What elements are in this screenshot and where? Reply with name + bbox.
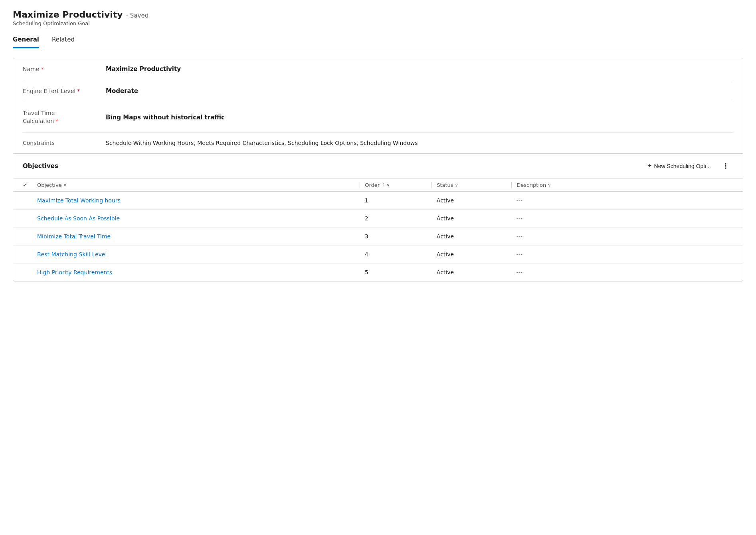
label-travel-time: Travel TimeCalculation*: [23, 109, 103, 125]
required-indicator-name: *: [41, 66, 44, 72]
page-subtitle: Scheduling Optimization Goal: [13, 20, 743, 26]
tab-general[interactable]: General: [13, 33, 39, 48]
table-header-row: ✓ Objective ∨ Order ↑ ∨ Status ∨: [13, 178, 743, 192]
row-description-3: ---: [512, 251, 733, 258]
status-column-label[interactable]: Status ∨: [437, 182, 458, 188]
form-row-engine-effort: Engine Effort Level* Moderate: [23, 80, 733, 102]
objectives-title: Objectives: [23, 162, 58, 170]
page-title: Maximize Productivity - Saved: [13, 10, 743, 20]
row-description-1: ---: [512, 215, 733, 222]
page-title-area: Maximize Productivity - Saved Scheduling…: [13, 10, 743, 26]
row-order-0: 1: [360, 197, 432, 204]
objectives-table: ✓ Objective ∨ Order ↑ ∨ Status ∨: [13, 178, 743, 281]
page-title-text: Maximize Productivity: [13, 10, 123, 20]
form-row-name: Name* Maximize Productivity: [23, 58, 733, 80]
plus-icon: +: [647, 162, 652, 170]
row-description-4: ---: [512, 269, 733, 275]
col-status-header: Status ∨: [432, 182, 512, 188]
label-constraints: Constraints: [23, 140, 103, 146]
value-engine-effort: Moderate: [106, 87, 138, 95]
row-objective-1[interactable]: Schedule As Soon As Possible: [37, 215, 360, 222]
row-order-1: 2: [360, 215, 432, 222]
value-travel-time: Bing Maps without historical traffic: [106, 114, 225, 121]
saved-indicator: - Saved: [126, 12, 149, 19]
more-options-button[interactable]: ⋮: [719, 161, 733, 171]
label-engine-effort: Engine Effort Level*: [23, 88, 103, 94]
value-constraints: Schedule Within Working Hours, Meets Req…: [106, 140, 418, 146]
value-name: Maximize Productivity: [106, 65, 181, 73]
table-row: Maximize Total Working hours 1 Active --…: [13, 192, 743, 210]
row-status-0: Active: [432, 197, 512, 204]
row-order-2: 3: [360, 233, 432, 240]
required-indicator-travel: *: [55, 118, 58, 124]
row-objective-4[interactable]: High Priority Requirements: [37, 269, 360, 275]
table-row: Schedule As Soon As Possible 2 Active --…: [13, 210, 743, 228]
table-row: Best Matching Skill Level 4 Active ---: [13, 246, 743, 264]
order-column-label[interactable]: Order ↑ ∨: [365, 182, 390, 188]
objectives-header: Objectives + New Scheduling Opti... ⋮: [13, 153, 743, 178]
table-row: Minimize Total Travel Time 3 Active ---: [13, 228, 743, 246]
objective-chevron-icon: ∨: [63, 182, 67, 188]
row-status-3: Active: [432, 251, 512, 258]
table-body: Maximize Total Working hours 1 Active --…: [13, 192, 743, 281]
objectives-actions: + New Scheduling Opti... ⋮: [644, 160, 733, 172]
col-objective-header: Objective ∨: [37, 182, 360, 188]
row-status-2: Active: [432, 233, 512, 240]
row-objective-2[interactable]: Minimize Total Travel Time: [37, 233, 360, 240]
description-chevron-icon: ∨: [548, 182, 551, 188]
row-description-0: ---: [512, 197, 733, 204]
col-order-header: Order ↑ ∨: [360, 182, 432, 188]
form-section: Name* Maximize Productivity Engine Effor…: [13, 58, 743, 153]
table-row: High Priority Requirements 5 Active ---: [13, 264, 743, 281]
new-scheduling-label: New Scheduling Opti...: [654, 163, 711, 169]
row-description-2: ---: [512, 233, 733, 240]
row-objective-0[interactable]: Maximize Total Working hours: [37, 197, 360, 204]
content-card: Name* Maximize Productivity Engine Effor…: [13, 58, 743, 281]
form-row-constraints: Constraints Schedule Within Working Hour…: [23, 133, 733, 153]
row-objective-3[interactable]: Best Matching Skill Level: [37, 251, 360, 258]
check-all-icon[interactable]: ✓: [23, 182, 28, 188]
status-chevron-icon: ∨: [455, 182, 458, 188]
col-description-header: Description ∨: [512, 182, 733, 188]
new-scheduling-button[interactable]: + New Scheduling Opti...: [644, 160, 714, 172]
col-check-header: ✓: [23, 182, 37, 188]
required-indicator-engine: *: [77, 88, 80, 94]
description-column-label[interactable]: Description ∨: [517, 182, 551, 188]
label-name: Name*: [23, 66, 103, 72]
row-status-1: Active: [432, 215, 512, 222]
order-chevron-icon: ∨: [386, 182, 390, 188]
objective-column-label[interactable]: Objective ∨: [37, 182, 355, 188]
row-order-4: 5: [360, 269, 432, 275]
row-status-4: Active: [432, 269, 512, 275]
objectives-section: Objectives + New Scheduling Opti... ⋮ ✓ …: [13, 153, 743, 281]
form-row-travel-time: Travel TimeCalculation* Bing Maps withou…: [23, 102, 733, 133]
row-order-3: 4: [360, 251, 432, 258]
tab-bar: General Related: [13, 33, 743, 48]
order-sort-up-icon: ↑: [381, 182, 385, 188]
tab-related[interactable]: Related: [52, 33, 75, 48]
